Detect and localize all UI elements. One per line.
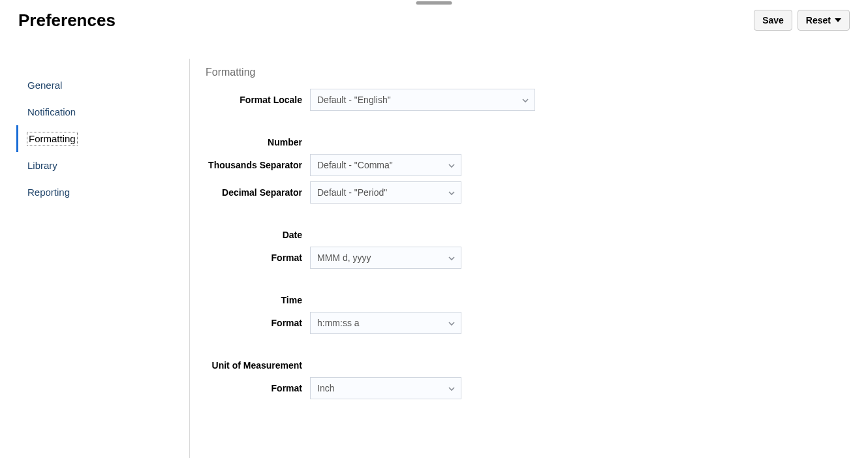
- row-format-locale: Format Locale Default - "English": [206, 89, 855, 111]
- select-value: MMM d, yyyy: [317, 252, 371, 263]
- chevron-down-icon: [448, 189, 454, 196]
- select-decimal-separator[interactable]: Default - "Period": [310, 181, 461, 204]
- label-date-format: Format: [206, 252, 310, 263]
- save-button[interactable]: Save: [754, 10, 792, 31]
- select-value: Default - "English": [317, 95, 391, 105]
- sidebar-item-label: Library: [27, 160, 57, 171]
- group-heading-uom: Unit of Measurement: [206, 360, 310, 371]
- sidebar-item-notification[interactable]: Notification: [16, 99, 176, 125]
- select-time-format[interactable]: h:mm:ss a: [310, 312, 461, 334]
- label-time-format: Format: [206, 318, 310, 328]
- sidebar-item-reporting[interactable]: Reporting: [16, 179, 176, 206]
- reset-button[interactable]: Reset: [798, 10, 850, 31]
- main-panel: Formatting Format Locale Default - "Engl…: [189, 59, 855, 458]
- chevron-down-icon: [448, 162, 454, 168]
- chevron-down-icon: [521, 97, 528, 103]
- row-date-format: Format MMM d, yyyy: [206, 247, 855, 269]
- group-uom: Unit of Measurement: [206, 360, 855, 371]
- chevron-down-icon: [448, 320, 454, 326]
- header-actions: Save Reset: [754, 10, 850, 31]
- row-uom-format: Format Inch: [206, 377, 855, 399]
- caret-down-icon: [835, 18, 841, 22]
- header: Preferences Save Reset: [0, 10, 868, 31]
- chevron-down-icon: [448, 254, 454, 261]
- group-heading-time: Time: [206, 295, 310, 305]
- sidebar-item-label: Reporting: [27, 187, 70, 198]
- sidebar-item-label: General: [27, 80, 62, 91]
- group-time: Time: [206, 295, 855, 305]
- section-title: Formatting: [206, 67, 855, 78]
- select-date-format[interactable]: MMM d, yyyy: [310, 247, 461, 269]
- sidebar: General Notification Formatting Library …: [16, 72, 176, 206]
- row-time-format: Format h:mm:ss a: [206, 312, 855, 334]
- row-decimal-separator: Decimal Separator Default - "Period": [206, 181, 855, 204]
- label-thousands-separator: Thousands Separator: [206, 160, 310, 170]
- sidebar-item-library[interactable]: Library: [16, 152, 176, 179]
- group-heading-date: Date: [206, 230, 310, 240]
- label-decimal-separator: Decimal Separator: [206, 187, 310, 198]
- group-date: Date: [206, 230, 855, 240]
- label-uom-format: Format: [206, 383, 310, 393]
- select-value: Default - "Period": [317, 187, 387, 198]
- sidebar-item-formatting[interactable]: Formatting: [16, 125, 176, 152]
- body: General Notification Formatting Library …: [0, 59, 868, 458]
- row-thousands-separator: Thousands Separator Default - "Comma": [206, 154, 855, 176]
- group-number: Number: [206, 137, 855, 147]
- select-value: Inch: [317, 383, 334, 393]
- sidebar-item-general[interactable]: General: [16, 72, 176, 99]
- select-format-locale[interactable]: Default - "English": [310, 89, 535, 111]
- reset-button-label: Reset: [806, 15, 831, 25]
- select-value: h:mm:ss a: [317, 318, 360, 328]
- drag-handle[interactable]: [416, 1, 452, 5]
- label-format-locale: Format Locale: [206, 95, 310, 105]
- sidebar-item-label: Notification: [27, 106, 76, 117]
- page-title: Preferences: [18, 10, 116, 31]
- select-value: Default - "Comma": [317, 160, 393, 170]
- select-uom-format[interactable]: Inch: [310, 377, 461, 399]
- save-button-label: Save: [762, 15, 784, 25]
- group-heading-number: Number: [206, 137, 310, 147]
- select-thousands-separator[interactable]: Default - "Comma": [310, 154, 461, 176]
- sidebar-item-label: Formatting: [27, 132, 77, 145]
- chevron-down-icon: [448, 385, 454, 391]
